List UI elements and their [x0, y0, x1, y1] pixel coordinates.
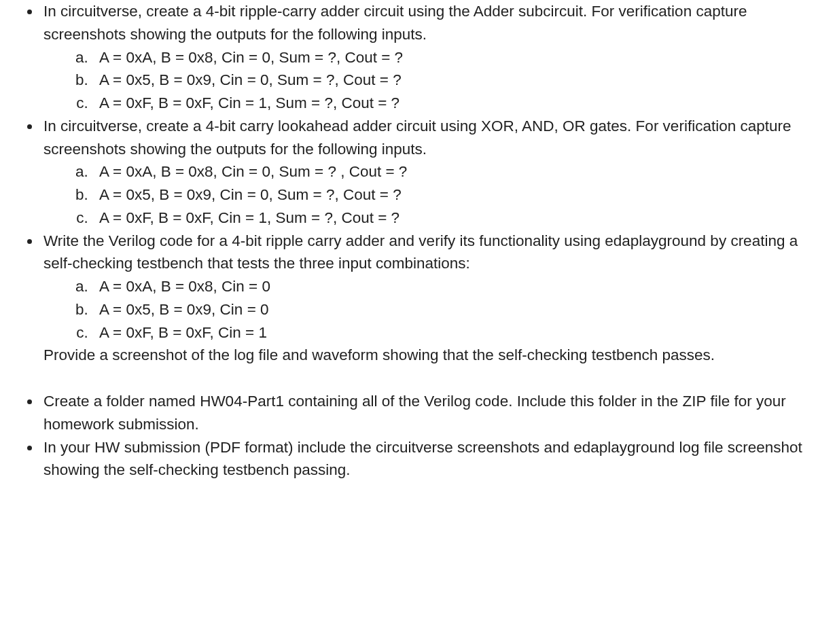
trailing-text: Provide a screenshot of the log file and… [43, 344, 813, 367]
sub-item-text: A = 0xA, B = 0x8, Cin = 0, Sum = ? , Cou… [99, 163, 407, 180]
sub-item-text: A = 0xF, B = 0xF, Cin = 1 [99, 324, 267, 341]
instruction-item: Create a folder named HW04-Part1 contain… [41, 390, 813, 436]
instruction-text: In circuitverse, create a 4-bit carry lo… [43, 118, 791, 158]
sub-item-text: A = 0x5, B = 0x9, Cin = 0, Sum = ?, Cout… [99, 186, 402, 203]
instruction-item: In circuitverse, create a 4-bit carry lo… [41, 115, 813, 230]
sub-list: A = 0xA, B = 0x8, Cin = 0, Sum = ? , Cou… [43, 160, 813, 229]
sub-item-text: A = 0xA, B = 0x8, Cin = 0, Sum = ?, Cout… [99, 49, 403, 66]
instruction-item: In your HW submission (PDF format) inclu… [41, 436, 813, 482]
sub-item: A = 0x5, B = 0x9, Cin = 0 [92, 298, 813, 321]
sub-item: A = 0xF, B = 0xF, Cin = 1, Sum = ?, Cout… [92, 207, 813, 230]
sub-list: A = 0xA, B = 0x8, Cin = 0, Sum = ?, Cout… [43, 46, 813, 115]
instruction-text: Create a folder named HW04-Part1 contain… [43, 393, 786, 433]
sub-item: A = 0xF, B = 0xF, Cin = 1, Sum = ?, Cout… [92, 92, 813, 115]
instruction-text: In circuitverse, create a 4-bit ripple-c… [43, 3, 747, 43]
sub-item-text: A = 0x5, B = 0x9, Cin = 0 [99, 301, 269, 318]
sub-item: A = 0xA, B = 0x8, Cin = 0, Sum = ?, Cout… [92, 46, 813, 69]
sub-item: A = 0xA, B = 0x8, Cin = 0 [92, 275, 813, 298]
sub-item-text: A = 0xA, B = 0x8, Cin = 0 [99, 278, 270, 295]
instruction-list: In circuitverse, create a 4-bit ripple-c… [5, 0, 813, 482]
sub-item: A = 0x5, B = 0x9, Cin = 0, Sum = ?, Cout… [92, 183, 813, 207]
sub-list: A = 0xA, B = 0x8, Cin = 0A = 0x5, B = 0x… [43, 275, 813, 344]
sub-item-text: A = 0xF, B = 0xF, Cin = 1, Sum = ?, Cout… [99, 209, 399, 226]
sub-item: A = 0xF, B = 0xF, Cin = 1 [92, 321, 813, 344]
instruction-text: In your HW submission (PDF format) inclu… [43, 439, 802, 479]
instruction-item: In circuitverse, create a 4-bit ripple-c… [41, 0, 813, 115]
sub-item-text: A = 0x5, B = 0x9, Cin = 0, Sum = ?, Cout… [99, 71, 402, 88]
sub-item-text: A = 0xF, B = 0xF, Cin = 1, Sum = ?, Cout… [99, 94, 399, 111]
sub-item: A = 0xA, B = 0x8, Cin = 0, Sum = ? , Cou… [92, 160, 813, 183]
sub-item: A = 0x5, B = 0x9, Cin = 0, Sum = ?, Cout… [92, 69, 813, 92]
instruction-item: Write the Verilog code for a 4-bit rippl… [41, 230, 813, 368]
instruction-text: Write the Verilog code for a 4-bit rippl… [43, 232, 798, 272]
